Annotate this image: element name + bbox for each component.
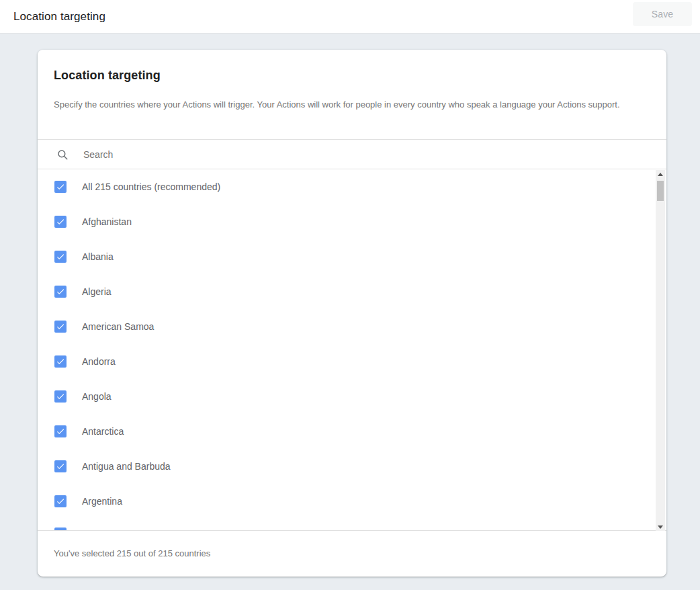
country-row[interactable] [38,519,666,530]
country-label: Albania [82,251,114,262]
checkbox-checked[interactable] [54,286,67,298]
country-row[interactable]: Afghanistan [38,204,666,239]
location-targeting-card: Location targeting Specify the countries… [38,50,666,577]
country-label: Afghanistan [82,216,132,227]
checkmark-icon [56,182,65,192]
scrollbar[interactable] [656,170,665,531]
country-label: Argentina [82,496,122,507]
checkmark-icon [56,252,65,261]
triangle-up-icon [658,173,663,176]
checkmark-icon [56,357,65,366]
country-row[interactable]: Albania [38,239,666,274]
top-app-bar: Location targeting Save [0,0,700,34]
page-background: Location targeting Specify the countries… [0,34,700,590]
country-row[interactable]: Argentina [38,484,666,519]
scrollbar-up-arrow[interactable] [656,170,665,178]
checkbox-checked[interactable] [54,460,67,472]
country-row[interactable]: Antarctica [38,414,666,449]
country-label: Angola [82,391,112,402]
country-list: All 215 countries (recommended) Afghanis… [38,169,666,530]
checkbox-checked[interactable] [54,390,67,403]
scrollbar-down-arrow[interactable] [656,523,665,531]
selection-summary: You've selected 215 out of 215 countries [54,548,210,558]
country-label: American Samoa [82,321,154,332]
country-row[interactable]: Andorra [38,344,666,379]
search-input[interactable] [83,149,666,160]
checkbox-checked[interactable] [54,425,67,437]
card-description: Specify the countries where your Actions… [54,98,638,112]
scrollbar-thumb[interactable] [657,181,664,201]
checkbox-checked[interactable] [54,251,67,263]
search-bar[interactable] [38,139,666,169]
checkmark-icon [56,392,65,401]
country-label: Antigua and Barbuda [82,461,171,472]
country-row[interactable]: Antigua and Barbuda [38,449,666,484]
checkmark-icon [56,497,65,506]
checkbox-checked[interactable] [54,216,67,228]
checkmark-icon [56,322,65,331]
checkmark-icon [56,217,65,226]
checkbox-checked[interactable] [54,321,67,333]
triangle-down-icon [658,525,663,529]
country-row[interactable]: All 215 countries (recommended) [38,169,666,204]
checkbox-checked[interactable] [54,528,67,530]
country-row[interactable]: Algeria [38,274,666,309]
card-footer: You've selected 215 out of 215 countries [38,530,666,576]
search-icon [56,149,69,161]
checkmark-icon [56,427,65,436]
checkmark-icon [56,287,65,296]
checkbox-checked[interactable] [54,355,67,368]
card-title: Location targeting [54,69,650,83]
checkbox-checked[interactable] [54,181,67,193]
page-title: Location targeting [13,10,105,24]
checkmark-icon [56,462,65,471]
checkbox-checked[interactable] [54,495,67,507]
country-row[interactable]: American Samoa [38,309,666,344]
country-row[interactable]: Angola [38,379,666,414]
country-label: Algeria [82,286,112,297]
country-label: All 215 countries (recommended) [82,181,220,192]
country-label: Antarctica [82,426,124,437]
country-label: Andorra [82,356,116,367]
save-button[interactable]: Save [633,2,692,26]
checkmark-icon [56,529,65,530]
card-header: Location targeting Specify the countries… [38,50,666,139]
